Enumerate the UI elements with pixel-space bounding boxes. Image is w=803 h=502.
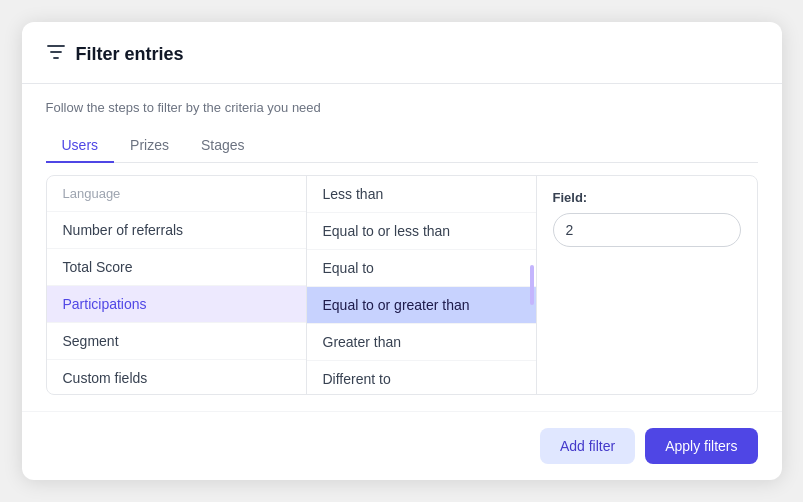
operators-column: Less than Equal to or less than Equal to… xyxy=(307,176,537,394)
field-item-language[interactable]: Language xyxy=(47,176,306,212)
value-input[interactable] xyxy=(553,213,741,247)
tabs-bar: Users Prizes Stages xyxy=(46,129,758,163)
operator-equal-to[interactable]: Equal to xyxy=(307,250,536,287)
value-column: Field: xyxy=(537,176,757,394)
instructions-text: Follow the steps to filter by the criter… xyxy=(46,100,758,115)
operator-less-than[interactable]: Less than xyxy=(307,176,536,213)
apply-filters-button[interactable]: Apply filters xyxy=(645,428,757,464)
modal-header: Filter entries xyxy=(22,22,782,84)
tab-users[interactable]: Users xyxy=(46,129,115,163)
modal-title: Filter entries xyxy=(76,44,184,65)
operator-equal-to-or-greater-than[interactable]: Equal to or greater than xyxy=(307,287,536,324)
filter-modal: Filter entries Follow the steps to filte… xyxy=(22,22,782,480)
add-filter-button[interactable]: Add filter xyxy=(540,428,635,464)
operator-different-to[interactable]: Different to xyxy=(307,361,536,394)
filter-area: Language Number of referrals Total Score… xyxy=(46,175,758,395)
tab-stages[interactable]: Stages xyxy=(185,129,261,163)
operator-greater-than[interactable]: Greater than xyxy=(307,324,536,361)
field-item-participations[interactable]: Participations xyxy=(47,286,306,323)
field-item-referrals[interactable]: Number of referrals xyxy=(47,212,306,249)
modal-body: Follow the steps to filter by the criter… xyxy=(22,84,782,411)
field-item-total-score[interactable]: Total Score xyxy=(47,249,306,286)
field-item-custom-fields[interactable]: Custom fields xyxy=(47,360,306,394)
tab-prizes[interactable]: Prizes xyxy=(114,129,185,163)
operator-equal-to-or-less-than[interactable]: Equal to or less than xyxy=(307,213,536,250)
fields-column: Language Number of referrals Total Score… xyxy=(47,176,307,394)
filter-icon xyxy=(46,42,66,67)
scrollbar-indicator xyxy=(530,265,534,305)
modal-footer: Add filter Apply filters xyxy=(22,411,782,480)
value-label: Field: xyxy=(553,190,741,205)
field-item-segment[interactable]: Segment xyxy=(47,323,306,360)
